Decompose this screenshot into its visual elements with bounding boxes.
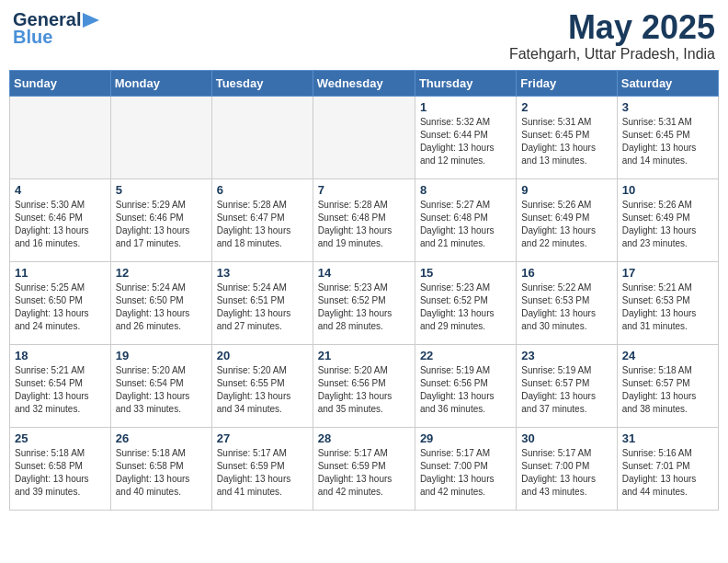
calendar-day-cell: 31Sunrise: 5:16 AM Sunset: 7:01 PM Dayli… (617, 427, 718, 510)
day-number: 27 (217, 431, 308, 445)
day-info: Sunrise: 5:17 AM Sunset: 6:59 PM Dayligh… (217, 447, 308, 499)
month-year-title: May 2025 (509, 9, 715, 46)
day-info: Sunrise: 5:27 AM Sunset: 6:48 PM Dayligh… (420, 199, 511, 250)
calendar-day-cell (110, 96, 211, 178)
day-info: Sunrise: 5:31 AM Sunset: 6:45 PM Dayligh… (521, 116, 611, 167)
calendar-day-cell: 2Sunrise: 5:31 AM Sunset: 6:45 PM Daylig… (517, 96, 617, 178)
day-number: 29 (420, 431, 511, 445)
day-info: Sunrise: 5:19 AM Sunset: 6:57 PM Dayligh… (521, 364, 611, 416)
calendar-day-cell: 28Sunrise: 5:17 AM Sunset: 6:59 PM Dayli… (313, 427, 415, 510)
day-info: Sunrise: 5:17 AM Sunset: 7:00 PM Dayligh… (420, 447, 511, 499)
day-info: Sunrise: 5:28 AM Sunset: 6:47 PM Dayligh… (217, 199, 308, 250)
day-number: 18 (15, 349, 106, 362)
calendar-day-cell: 9Sunrise: 5:26 AM Sunset: 6:49 PM Daylig… (517, 178, 617, 261)
day-number: 23 (521, 349, 611, 362)
day-number: 17 (622, 266, 713, 280)
calendar-day-cell: 19Sunrise: 5:20 AM Sunset: 6:54 PM Dayli… (110, 344, 211, 427)
day-number: 16 (521, 266, 611, 280)
calendar-day-cell: 10Sunrise: 5:26 AM Sunset: 6:49 PM Dayli… (617, 178, 718, 261)
calendar-week-row: 4Sunrise: 5:30 AM Sunset: 6:46 PM Daylig… (10, 178, 719, 261)
title-area: May 2025 Fatehgarh, Uttar Pradesh, India (509, 9, 715, 63)
logo: General Blue (13, 9, 101, 48)
calendar-day-cell: 17Sunrise: 5:21 AM Sunset: 6:53 PM Dayli… (617, 261, 718, 344)
day-info: Sunrise: 5:19 AM Sunset: 6:56 PM Dayligh… (420, 364, 511, 416)
day-of-week-header: Monday (110, 70, 211, 96)
day-info: Sunrise: 5:25 AM Sunset: 6:50 PM Dayligh… (15, 282, 106, 333)
day-number: 15 (420, 266, 511, 280)
day-of-week-header: Friday (517, 70, 617, 96)
day-info: Sunrise: 5:29 AM Sunset: 6:46 PM Dayligh… (116, 199, 207, 250)
day-info: Sunrise: 5:30 AM Sunset: 6:46 PM Dayligh… (15, 199, 106, 250)
day-number: 3 (622, 100, 713, 114)
day-info: Sunrise: 5:20 AM Sunset: 6:56 PM Dayligh… (318, 364, 410, 416)
calendar-week-row: 18Sunrise: 5:21 AM Sunset: 6:54 PM Dayli… (10, 344, 719, 427)
calendar-day-cell: 30Sunrise: 5:17 AM Sunset: 7:00 PM Dayli… (517, 427, 617, 510)
day-number: 1 (420, 100, 511, 114)
svg-marker-0 (83, 13, 99, 28)
day-number: 26 (116, 431, 207, 445)
day-info: Sunrise: 5:18 AM Sunset: 6:58 PM Dayligh… (15, 447, 106, 499)
day-number: 19 (116, 349, 207, 362)
logo-flag-icon (81, 13, 101, 28)
day-number: 21 (318, 349, 410, 362)
calendar-day-cell: 16Sunrise: 5:22 AM Sunset: 6:53 PM Dayli… (517, 261, 617, 344)
calendar-day-cell: 25Sunrise: 5:18 AM Sunset: 6:58 PM Dayli… (10, 427, 111, 510)
day-info: Sunrise: 5:18 AM Sunset: 6:58 PM Dayligh… (116, 447, 207, 499)
calendar-day-cell: 18Sunrise: 5:21 AM Sunset: 6:54 PM Dayli… (10, 344, 111, 427)
calendar-day-cell: 5Sunrise: 5:29 AM Sunset: 6:46 PM Daylig… (110, 178, 211, 261)
calendar-day-cell: 1Sunrise: 5:32 AM Sunset: 6:44 PM Daylig… (415, 96, 516, 178)
calendar-day-cell: 27Sunrise: 5:17 AM Sunset: 6:59 PM Dayli… (211, 427, 313, 510)
day-info: Sunrise: 5:20 AM Sunset: 6:54 PM Dayligh… (116, 364, 207, 416)
day-info: Sunrise: 5:32 AM Sunset: 6:44 PM Dayligh… (420, 116, 511, 167)
calendar-day-cell: 23Sunrise: 5:19 AM Sunset: 6:57 PM Dayli… (517, 344, 617, 427)
day-number: 2 (521, 100, 611, 114)
day-of-week-header: Sunday (10, 70, 111, 96)
day-number: 25 (15, 431, 106, 445)
day-info: Sunrise: 5:28 AM Sunset: 6:48 PM Dayligh… (318, 199, 410, 250)
day-number: 7 (318, 183, 410, 197)
day-number: 13 (217, 266, 308, 280)
day-info: Sunrise: 5:21 AM Sunset: 6:54 PM Dayligh… (15, 364, 106, 416)
day-of-week-header: Wednesday (313, 70, 415, 96)
day-number: 11 (15, 266, 106, 280)
calendar-day-cell: 24Sunrise: 5:18 AM Sunset: 6:57 PM Dayli… (617, 344, 718, 427)
day-number: 10 (622, 183, 713, 197)
calendar-day-cell: 22Sunrise: 5:19 AM Sunset: 6:56 PM Dayli… (415, 344, 516, 427)
calendar-day-cell: 20Sunrise: 5:20 AM Sunset: 6:55 PM Dayli… (211, 344, 313, 427)
calendar-day-cell: 4Sunrise: 5:30 AM Sunset: 6:46 PM Daylig… (10, 178, 111, 261)
day-number: 4 (15, 183, 106, 197)
calendar-day-cell: 12Sunrise: 5:24 AM Sunset: 6:50 PM Dayli… (110, 261, 211, 344)
calendar-table: SundayMondayTuesdayWednesdayThursdayFrid… (9, 70, 719, 511)
calendar-day-cell: 21Sunrise: 5:20 AM Sunset: 6:56 PM Dayli… (313, 344, 415, 427)
day-info: Sunrise: 5:23 AM Sunset: 6:52 PM Dayligh… (420, 282, 511, 333)
day-info: Sunrise: 5:31 AM Sunset: 6:45 PM Dayligh… (622, 116, 713, 167)
day-number: 12 (116, 266, 207, 280)
day-number: 14 (318, 266, 410, 280)
day-number: 8 (420, 183, 511, 197)
day-of-week-header: Tuesday (211, 70, 313, 96)
day-number: 22 (420, 349, 511, 362)
calendar-day-cell: 13Sunrise: 5:24 AM Sunset: 6:51 PM Dayli… (211, 261, 313, 344)
calendar-day-cell: 8Sunrise: 5:27 AM Sunset: 6:48 PM Daylig… (415, 178, 516, 261)
calendar-day-cell: 6Sunrise: 5:28 AM Sunset: 6:47 PM Daylig… (211, 178, 313, 261)
day-info: Sunrise: 5:16 AM Sunset: 7:01 PM Dayligh… (622, 447, 713, 499)
day-number: 31 (622, 431, 713, 445)
day-info: Sunrise: 5:26 AM Sunset: 6:49 PM Dayligh… (521, 199, 611, 250)
day-info: Sunrise: 5:24 AM Sunset: 6:51 PM Dayligh… (217, 282, 308, 333)
day-info: Sunrise: 5:23 AM Sunset: 6:52 PM Dayligh… (318, 282, 410, 333)
day-info: Sunrise: 5:17 AM Sunset: 7:00 PM Dayligh… (521, 447, 611, 499)
calendar-day-cell: 7Sunrise: 5:28 AM Sunset: 6:48 PM Daylig… (313, 178, 415, 261)
day-number: 24 (622, 349, 713, 362)
calendar-day-cell (313, 96, 415, 178)
day-info: Sunrise: 5:22 AM Sunset: 6:53 PM Dayligh… (521, 282, 611, 333)
day-of-week-header: Saturday (617, 70, 718, 96)
day-info: Sunrise: 5:18 AM Sunset: 6:57 PM Dayligh… (622, 364, 713, 416)
calendar-header-row: SundayMondayTuesdayWednesdayThursdayFrid… (10, 70, 719, 96)
calendar-day-cell: 3Sunrise: 5:31 AM Sunset: 6:45 PM Daylig… (617, 96, 718, 178)
logo-blue: Blue (13, 27, 52, 48)
location-subtitle: Fatehgarh, Uttar Pradesh, India (509, 46, 715, 63)
calendar-week-row: 11Sunrise: 5:25 AM Sunset: 6:50 PM Dayli… (10, 261, 719, 344)
calendar-week-row: 1Sunrise: 5:32 AM Sunset: 6:44 PM Daylig… (10, 96, 719, 178)
day-number: 20 (217, 349, 308, 362)
day-info: Sunrise: 5:21 AM Sunset: 6:53 PM Dayligh… (622, 282, 713, 333)
